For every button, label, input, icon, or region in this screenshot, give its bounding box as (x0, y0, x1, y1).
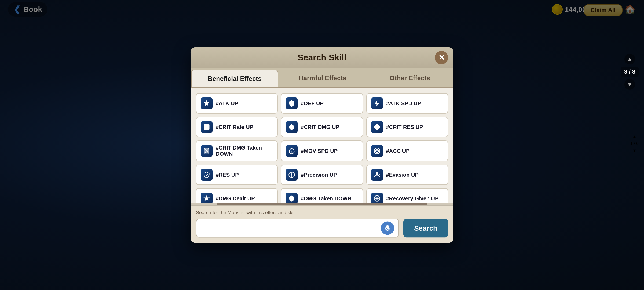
nav-down-bottom-button[interactable]: ▼ (632, 148, 637, 153)
tab-beneficial[interactable]: Beneficial Effects (191, 70, 278, 87)
voice-button[interactable] (381, 222, 394, 235)
precision-up-label: #Precision UP (301, 172, 337, 178)
crit-rate-label: #CRIT Rate UP (216, 124, 253, 130)
dmg-dealt-label: #DMG Dealt UP (216, 195, 255, 201)
right-nav-top: ▲ 3 / 8 ▼ (621, 54, 639, 90)
scroll-thumb (217, 203, 427, 205)
list-item[interactable]: #CRIT Rate UP (196, 117, 278, 137)
search-button[interactable]: Search (403, 219, 448, 238)
evasion-up-label: #Evasion UP (386, 172, 419, 178)
crit-res-label: #CRIT RES UP (386, 124, 423, 130)
dmg-taken-icon (286, 193, 298, 203)
acc-up-label: #ACC UP (386, 148, 410, 154)
list-item[interactable]: #Recovery Given UP (366, 188, 448, 203)
modal-header: Search Skill ✕ (191, 47, 453, 68)
svg-point-14 (291, 174, 292, 175)
tab-bar: Beneficial Effects Harmful Effects Other… (191, 68, 453, 88)
list-item[interactable]: #Evasion UP (366, 165, 448, 185)
list-item[interactable]: #ATK SPD UP (366, 93, 448, 114)
search-row: Search (196, 219, 448, 238)
svg-point-10 (376, 150, 378, 151)
search-input-wrapper (196, 219, 399, 238)
search-skill-modal: Search Skill ✕ Beneficial Effects Harmfu… (191, 47, 453, 243)
crit-res-icon (371, 121, 383, 133)
list-item[interactable]: #ACC UP (366, 140, 448, 161)
res-up-label: #RES UP (216, 172, 239, 178)
right-nav-bottom: ▲ 1 / 6 ▼ (630, 134, 639, 153)
list-item[interactable]: #CRIT RES UP (366, 117, 448, 137)
svg-line-16 (379, 174, 380, 175)
precision-up-icon (286, 169, 298, 181)
list-item[interactable]: #DEF UP (281, 93, 363, 114)
def-up-icon (286, 97, 298, 109)
res-up-icon (201, 169, 213, 181)
def-up-label: #DEF UP (301, 100, 323, 106)
dmg-taken-label: #DMG Taken DOWN (301, 195, 352, 201)
atk-up-label: #ATK UP (216, 100, 238, 106)
tab-harmful[interactable]: Harmful Effects (279, 70, 365, 87)
list-item[interactable]: #ATK UP (196, 93, 278, 114)
crit-dmg-taken-label: #CRIT DMG Taken DOWN (216, 145, 273, 157)
atk-spd-up-label: #ATK SPD UP (386, 100, 421, 106)
mov-spd-icon (286, 145, 298, 157)
hint-text: Search for the Monster with this effect … (196, 210, 448, 216)
evasion-up-icon (371, 169, 383, 181)
mov-spd-label: #MOV SPD UP (301, 148, 338, 154)
crit-rate-icon (201, 121, 213, 133)
list-item[interactable]: #DMG Dealt UP (196, 188, 278, 203)
atk-spd-up-icon (371, 97, 383, 109)
list-item[interactable]: #DMG Taken DOWN (281, 188, 363, 203)
recovery-icon (371, 193, 383, 203)
list-item[interactable]: #CRIT DMG UP (281, 117, 363, 137)
bottom-section: Search for the Monster with this effect … (191, 205, 453, 243)
modal-title: Search Skill (298, 53, 346, 62)
recovery-label: #Recovery Given UP (386, 195, 439, 201)
nav-up-button[interactable]: ▲ (624, 54, 635, 64)
dmg-dealt-icon (201, 193, 213, 203)
nav-up-bottom-button[interactable]: ▲ (632, 134, 637, 139)
crit-dmg-icon (286, 121, 298, 133)
list-item[interactable]: #CRIT DMG Taken DOWN (196, 140, 278, 161)
acc-up-icon (371, 145, 383, 157)
list-item[interactable]: #Precision UP (281, 165, 363, 185)
list-item[interactable]: #RES UP (196, 165, 278, 185)
atk-up-icon (201, 97, 213, 109)
crit-dmg-taken-icon (201, 145, 213, 157)
nav-down-button[interactable]: ▼ (624, 79, 635, 90)
effects-grid: #ATK UP #DEF UP #ATK SPD UP #CRIT Rate U… (191, 88, 453, 203)
close-button[interactable]: ✕ (435, 51, 448, 64)
crit-dmg-label: #CRIT DMG UP (301, 124, 339, 130)
svg-point-15 (376, 172, 378, 175)
search-input[interactable] (201, 225, 381, 232)
page-count-bottom: 1 / 6 (630, 141, 639, 146)
scroll-indicator (191, 203, 453, 205)
list-item[interactable]: #MOV SPD UP (281, 140, 363, 161)
svg-point-5 (376, 126, 378, 128)
tab-other[interactable]: Other Effects (367, 70, 453, 87)
page-count-top: 3 / 8 (621, 67, 639, 77)
